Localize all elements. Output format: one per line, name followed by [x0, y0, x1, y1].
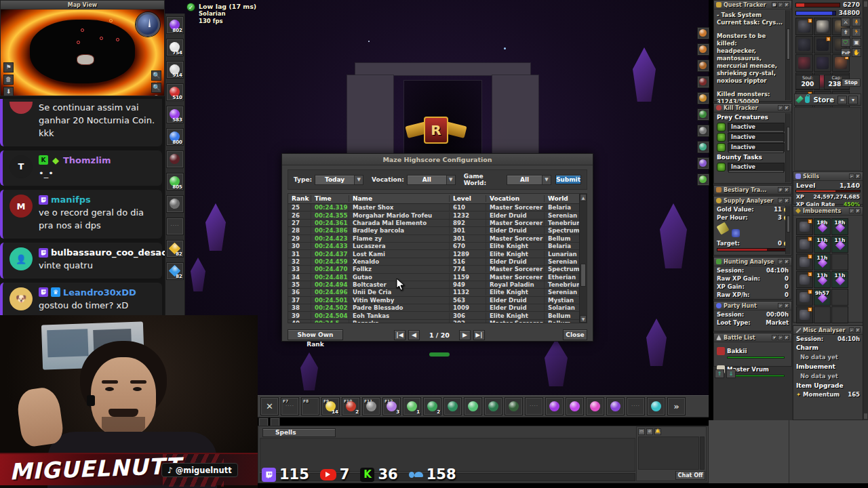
imbuement-timer-slot[interactable]: 18h: [831, 218, 848, 235]
hotbar-slot[interactable]: [464, 397, 482, 415]
highscore-row[interactable]: 4000:24.5Bozarka302Master SorcererBellum: [288, 320, 579, 323]
hotbar-slot[interactable]: ✕: [260, 397, 279, 415]
pvp-hand-icon[interactable]: ✋: [852, 48, 861, 57]
hotbar-slot[interactable]: [647, 397, 665, 415]
highscore-row[interactable]: 2500:24.319Master Shox610Master Sorcerer…: [288, 204, 579, 211]
panel-close-icon[interactable]: ×: [784, 2, 789, 7]
filter-dropdown[interactable]: All▼: [407, 175, 456, 185]
hotbar-slot[interactable]: 800: [166, 128, 184, 146]
hotbar-slot[interactable]: ····: [627, 397, 645, 415]
table-scrollbar[interactable]: ▲ ▼: [579, 194, 587, 323]
map-zoom-in-button[interactable]: 🔍⁺: [151, 70, 161, 81]
chat-message[interactable]: 👤 bulbassauro_coo_desacola vinte quatru: [0, 243, 162, 279]
imbued-item-slot[interactable]: 3: [796, 218, 813, 235]
battle-list-title[interactable]: Battle List ▾–×: [714, 333, 791, 342]
hotbar-slot[interactable]: F102: [342, 397, 360, 415]
scroll-down-icon[interactable]: ▼: [580, 315, 587, 323]
chat-message[interactable]: Se continuar assim vai ganhar 20 Nocturn…: [0, 99, 162, 146]
combat-attack-icon[interactable]: ⚔: [841, 18, 850, 26]
panel-close-icon[interactable]: ×: [784, 259, 789, 264]
log-window-icon[interactable]: ▭: [638, 428, 645, 435]
hotbar-slot[interactable]: [545, 397, 564, 415]
log-scrollbar[interactable]: [700, 436, 705, 470]
hotbar-slot[interactable]: F11: [362, 397, 380, 415]
side-hotbar-slot[interactable]: [697, 60, 709, 72]
panel-arrow-down-icon[interactable]: ⇓: [726, 369, 736, 378]
imbued-item-slot[interactable]: 3: [796, 253, 813, 270]
hotbar-slot[interactable]: [505, 397, 523, 415]
tiktok-handle-pill[interactable]: ♪ @miguelnutt: [161, 463, 238, 477]
side-hotbar-slot[interactable]: [697, 125, 709, 137]
menu-hamburger-icon[interactable]: ≡: [837, 96, 847, 104]
panel-minimize-icon[interactable]: –: [849, 174, 854, 179]
equipment-slot[interactable]: 3: [814, 36, 831, 54]
panel-minimize-icon[interactable]: –: [778, 2, 783, 7]
highscore-row[interactable]: 3700:24.501Vitin Wemby563Elder DruidMyst…: [288, 297, 579, 304]
first-page-button[interactable]: |◀: [394, 330, 406, 340]
scroll-thumb[interactable]: [787, 28, 790, 60]
side-hotbar-slot[interactable]: [697, 92, 709, 104]
equipment-slot[interactable]: [795, 54, 813, 72]
supply-analyser-title[interactable]: Supply Analyser –×: [714, 197, 791, 205]
highscore-row[interactable]: 2700:24.361Charada Mal Elemento892Master…: [288, 220, 579, 227]
hotbar-slot[interactable]: [166, 195, 184, 213]
chase-icon[interactable]: 🏃: [852, 28, 861, 37]
highscore-row[interactable]: 3600:24.496Unii De Cria1132Elite KnightS…: [288, 289, 579, 296]
highscore-row[interactable]: 3500:24.494Boltcaster949Royal PaladinTen…: [288, 281, 579, 289]
hotbar-slot[interactable]: 82: [166, 262, 184, 280]
prey-slot[interactable]: Inactive: [714, 142, 791, 152]
kill-tracker-title[interactable]: Kill Tracker –×: [714, 104, 791, 113]
imbued-item-slot[interactable]: 3: [796, 236, 813, 253]
side-hotbar-slot[interactable]: [697, 157, 709, 169]
log-body[interactable]: [638, 436, 699, 470]
filter-dropdown[interactable]: All▼: [507, 175, 551, 185]
hotbar-slot[interactable]: F123: [382, 397, 401, 415]
hotbar-slot[interactable]: 2: [423, 397, 441, 415]
panel-minimize-icon[interactable]: –: [778, 335, 783, 340]
next-page-button[interactable]: ▶: [459, 330, 471, 340]
side-hotbar-slot[interactable]: [697, 43, 709, 56]
chat-off-button[interactable]: Chat Off: [675, 471, 705, 480]
chat-message[interactable]: M manifps ve o record geral do dia pra n…: [0, 190, 162, 239]
hotbar-slot[interactable]: [606, 397, 625, 415]
panel-close-icon[interactable]: ×: [784, 335, 789, 340]
hotbar-slot[interactable]: »: [667, 397, 686, 415]
panel-minimize-icon[interactable]: –: [778, 105, 783, 110]
panel-minimize-icon[interactable]: –: [778, 259, 783, 264]
secure-mode-icon[interactable]: 🛡: [841, 38, 850, 47]
panel-clone-icon[interactable]: ⧉: [772, 2, 777, 7]
panel-close-icon[interactable]: ×: [855, 208, 861, 214]
hotbar-slot[interactable]: 510: [166, 83, 184, 101]
spells-tab[interactable]: Spells: [262, 428, 336, 437]
hotbar-slot[interactable]: 805: [166, 173, 184, 190]
side-hotbar-slot[interactable]: [697, 174, 709, 186]
hotbar-slot[interactable]: ····: [525, 397, 543, 415]
hotbar-slot[interactable]: 1: [403, 397, 421, 415]
highscore-row[interactable]: 3200:24.459Xenaldo516Elder DruidSerenian: [288, 258, 579, 266]
highscore-row[interactable]: 3300:24.470Follkz774Master SorcererSpect…: [288, 266, 579, 273]
panel-close-icon[interactable]: ×: [855, 174, 861, 179]
equipment-slot[interactable]: [795, 36, 813, 54]
dagger-icon[interactable]: 🗡: [841, 28, 850, 37]
panel-arrow-up-icon[interactable]: ⇑: [715, 369, 724, 378]
panel-minimize-icon[interactable]: –: [778, 198, 783, 203]
panel-expand-icon[interactable]: +: [778, 187, 783, 192]
side-hotbar-slot[interactable]: [697, 27, 709, 39]
hunting-analyser-title[interactable]: Hunting Analyse –×: [714, 258, 791, 266]
scroll-thumb[interactable]: [787, 127, 790, 151]
highscore-row[interactable]: 3000:24.433Lucaszera670Elite KnightBelar…: [288, 243, 579, 250]
side-hotbar-slot[interactable]: [697, 76, 709, 88]
chat-message[interactable]: T K◆Thomzlim •_•: [0, 150, 162, 186]
imbued-item-slot[interactable]: 3: [796, 271, 813, 288]
highscore-row[interactable]: 2900:24.423Flame zy301Master SorcererBel…: [288, 235, 579, 243]
highscore-row[interactable]: 3800:24.502Padre Blessado1009Elder Druid…: [288, 304, 579, 312]
quest-scrollbar[interactable]: [785, 10, 791, 100]
prey-slot[interactable]: Inactive: [714, 132, 791, 142]
highscore-row[interactable]: 3400:24.481Gutao1159Master SorcererEther…: [288, 274, 579, 281]
hotbar-slot[interactable]: 754: [166, 39, 184, 56]
right-scroll-strip[interactable]: [863, 0, 868, 420]
panel-minimize-icon[interactable]: –: [778, 303, 783, 308]
scroll-down-icon[interactable]: [864, 413, 867, 419]
highscore-row[interactable]: 3100:24.437Lost Kami1289Elite KnightLuna…: [288, 250, 579, 258]
scroll-up-icon[interactable]: ▲: [580, 194, 587, 201]
